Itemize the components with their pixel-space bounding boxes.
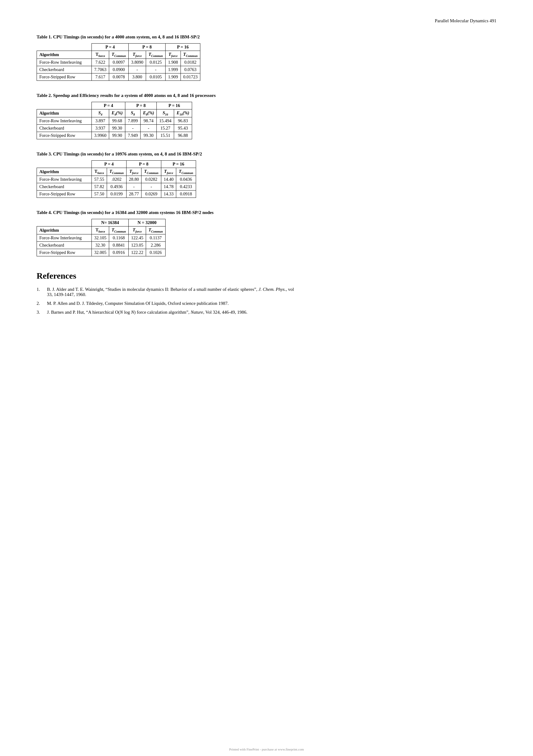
ref-2-text: M. P. Allen and D. J. Tildesley, Compute… — [47, 301, 299, 306]
table2-r3-e8: 99.30 — [140, 132, 156, 139]
table3-group-p16: P = 16 — [161, 160, 196, 168]
table3-col-tc1: TCommun — [107, 168, 126, 176]
table4-block: Table 4. CPU Timings (in seconds) for a … — [37, 210, 496, 256]
table2-r2-e16: 95.43 — [174, 124, 192, 132]
footer-text: Printed with FinePrint - purchase at www… — [229, 747, 304, 751]
table1-group-header-row: P = 4 P = 8 P = 16 — [37, 43, 200, 51]
table2-group-p8: P = 8 — [125, 102, 157, 109]
table4-r2-tf1: 32.30 — [92, 241, 109, 249]
table2-col-s16: S16 — [157, 109, 174, 117]
table2-row-1: Force-Row Interleaving 3.897 99.68 7.899… — [37, 117, 192, 124]
table4-r3-tf2: 122.22 — [129, 249, 146, 256]
table4-group-n16384: N= 16384 — [92, 219, 129, 226]
table3-r1-tf2: 28.80 — [126, 176, 141, 183]
table3-r2-alg: Checkerboard — [37, 183, 92, 190]
table1-r1-tc3: 0.0182 — [181, 59, 200, 66]
table1-caption-text: CPU Timings (in seconds) for a 4000 atom… — [52, 35, 200, 39]
table3-col-tf2: Tforce — [126, 168, 141, 176]
table2-row-2: Checkerboard 3.937 99.30 - - 15.27 95.43 — [37, 124, 192, 132]
table2-group-header-row: P = 4 P = 8 P = 16 — [37, 102, 192, 109]
table4-r2-tc2: 2.286 — [146, 241, 165, 249]
table1-r3-tc3: 0.01723 — [181, 73, 200, 80]
reference-item-1: 1. B. J. Alder and T. E. Wainright, “Stu… — [37, 287, 299, 297]
table2-r2-alg: Checkerboard — [37, 124, 92, 132]
table3-r3-tf1: 57.50 — [92, 190, 107, 198]
table1-r2-tf3: 1.999 — [166, 66, 181, 73]
table3-r3-tf2: 28.77 — [126, 190, 141, 198]
table4-col-tf1: Tforce — [92, 226, 109, 234]
table2: P = 4 P = 8 P = 16 Algorithm S4 E4(%) S8… — [37, 102, 192, 139]
table4-r3-tf1: 32.005 — [92, 249, 109, 256]
ref-3-num: 3. — [37, 310, 44, 315]
table4-group-n32000: N = 32000 — [129, 219, 166, 226]
table2-r3-e16: 96.88 — [174, 132, 192, 139]
table2-group-p4: P = 4 — [92, 102, 125, 109]
table1-r2-alg: Checkerboard — [37, 66, 92, 73]
ref-2-num: 2. — [37, 301, 44, 306]
table3-r2-tf3: 14.78 — [161, 183, 176, 190]
table4-col-tc2: TCommun — [146, 226, 165, 234]
table2-empty-header — [37, 102, 92, 109]
table2-r3-s8: 7.949 — [125, 132, 141, 139]
table1-col-tc3: TCommun — [181, 51, 200, 59]
table3-r1-tc3: 0.0436 — [176, 176, 196, 183]
table2-col-e4: E4(%) — [109, 109, 125, 117]
table1-col-tf3: Tforce — [166, 51, 181, 59]
table1-r2-tf1: 7.7063 — [92, 66, 109, 73]
table4-col-algorithm: Algorithm — [37, 226, 92, 234]
table4-r1-tf2: 122.45 — [129, 234, 146, 241]
table1-r2-tc3: 0.0763 — [181, 66, 200, 73]
table4-caption-text: CPU Timings (in seconds) for a 16384 and… — [52, 210, 213, 215]
table3-r1-alg: Force-Row Interleaving — [37, 176, 92, 183]
table3-group-p4: P = 4 — [92, 160, 126, 168]
table3-row-2: Checkerboard 57.82 0.4936 - - 14.78 0.42… — [37, 183, 196, 190]
table2-r3-s4: 3.9960 — [92, 132, 109, 139]
table2-r3-e4: 99.90 — [109, 132, 125, 139]
table3-r2-tc3: 0.4233 — [176, 183, 196, 190]
table4-r3-tc2: 0.1026 — [146, 249, 165, 256]
table1-row-3: Force-Stripped Row 7.617 0.0078 3.800 0.… — [37, 73, 200, 80]
page-header: Parallel Molecular Dynamics 491 — [37, 18, 496, 23]
table2-block: Table 2. Speedup and Efficiency results … — [37, 93, 496, 139]
table1-caption-bold: Table 1. — [37, 35, 52, 39]
page-footer: Printed with FinePrint - purchase at www… — [0, 747, 533, 751]
table3-r3-tc1: 0.0199 — [107, 190, 126, 198]
table1-r2-tf2: - — [129, 66, 146, 73]
table2-r1-e16: 96.83 — [174, 117, 192, 124]
table2-r2-s16: 15.27 — [157, 124, 174, 132]
table2-col-s8: S8 — [125, 109, 141, 117]
table2-group-p16: P = 16 — [157, 102, 192, 109]
table2-col-header-row: Algorithm S4 E4(%) S8 E8(%) S16 E16(%) — [37, 109, 192, 117]
table1-r1-alg: Force-Row Interleaving — [37, 59, 92, 66]
table1-group-p16: P = 16 — [166, 43, 200, 51]
table4-empty-header — [37, 219, 92, 226]
table2-r1-s16: 15.494 — [157, 117, 174, 124]
table3-r1-tf3: 14.40 — [161, 176, 176, 183]
table2-r1-alg: Force-Row Interleaving — [37, 117, 92, 124]
table2-caption: Table 2. Speedup and Efficiency results … — [37, 93, 311, 98]
table1-col-tf1: Tforce — [92, 51, 109, 59]
table4-col-tf2: Tforce — [129, 226, 146, 234]
table2-r2-e4: 99.30 — [109, 124, 125, 132]
table2-r2-s4: 3.937 — [92, 124, 109, 132]
table3-caption: Table 3. CPU Timings (in seconds) for a … — [37, 151, 311, 157]
table1-group-p8: P = 8 — [129, 43, 166, 51]
table3: P = 4 P = 8 P = 16 Algorithm Tforce TCom… — [37, 160, 196, 198]
ref-1-text: B. J. Alder and T. E. Wainright, “Studie… — [47, 287, 299, 297]
table1-r3-tc1: 0.0078 — [109, 73, 128, 80]
table3-r2-tf1: 57.82 — [92, 183, 107, 190]
table1-r3-tf3: 1.909 — [166, 73, 181, 80]
header-text: Parallel Molecular Dynamics 491 — [435, 18, 496, 23]
table4-row-3: Force-Stripped Row 32.005 0.0916 122.22 … — [37, 249, 166, 256]
table1-r2-tc2: - — [146, 66, 165, 73]
table4-row-2: Checkerboard 32.30 0.8841 123.05 2.286 — [37, 241, 166, 249]
table2-r1-e4: 99.68 — [109, 117, 125, 124]
table2-caption-bold: Table 2. — [37, 93, 52, 98]
table3-r2-tc1: 0.4936 — [107, 183, 126, 190]
table4-col-header-row: Algorithm Tforce TCommun Tforce TCommun — [37, 226, 166, 234]
table1-empty-header — [37, 43, 92, 51]
table2-r2-s8: - — [125, 124, 141, 132]
table3-group-p8: P = 8 — [126, 160, 161, 168]
ref-3-n2: N — [131, 310, 134, 314]
ref-1-italic: J. Chem. Phys. — [259, 287, 286, 292]
